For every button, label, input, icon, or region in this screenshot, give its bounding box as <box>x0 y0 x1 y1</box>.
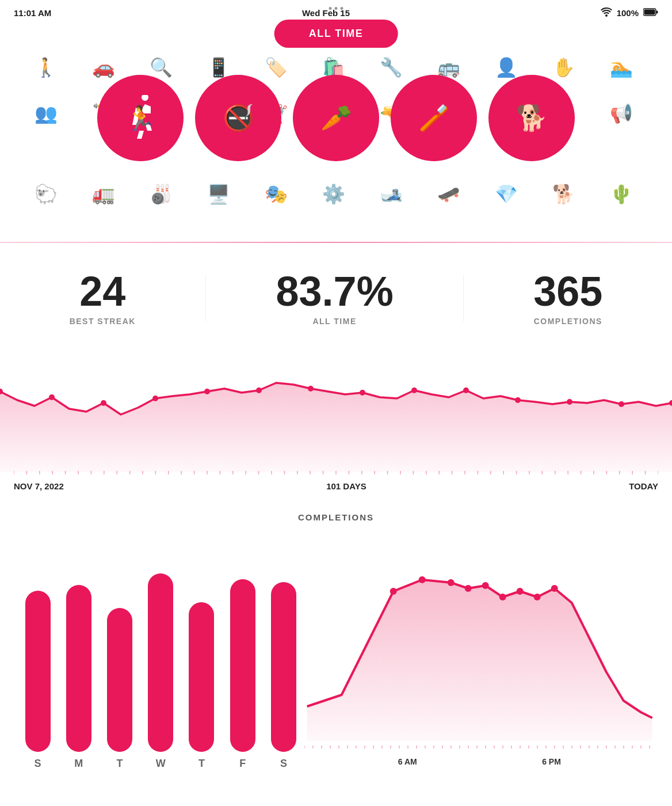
bar-col-4: T <box>189 602 214 770</box>
svg-point-18 <box>515 397 521 403</box>
status-time: 11:01 AM <box>14 8 51 18</box>
bar-label-5: F <box>239 758 246 770</box>
run-icon: 🏃 <box>117 95 163 141</box>
chart-middle-label: 101 DAYS <box>326 481 366 491</box>
svg-point-20 <box>618 401 624 407</box>
svg-point-12 <box>204 389 210 394</box>
stat-alltime: 83.7% ALL TIME <box>276 271 394 326</box>
svg-point-11 <box>152 396 158 401</box>
time-label-6pm: 6 PM <box>542 757 561 766</box>
svg-point-16 <box>411 387 417 393</box>
bg-icon-33: 🌵 <box>610 183 633 205</box>
bar-col-6: S <box>271 582 296 770</box>
svg-point-10 <box>101 400 106 406</box>
habit-nosmoking[interactable]: 🚭 <box>195 75 281 161</box>
svg-text:🐕: 🐕 <box>516 103 548 133</box>
completions-section: COMPLETIONS S M T W <box>0 512 672 800</box>
battery-icon <box>643 8 658 18</box>
bar-col-0: S <box>25 591 51 770</box>
svg-point-74 <box>418 576 425 583</box>
stat-divider-1 <box>205 275 206 321</box>
bg-icon-29: 🎿 <box>380 183 403 205</box>
section-divider <box>0 242 672 243</box>
bar-label-4: T <box>198 758 205 770</box>
svg-point-19 <box>567 399 572 405</box>
streak-value: 24 <box>70 271 136 312</box>
wifi-icon <box>601 7 612 18</box>
bottom-charts: S M T W T <box>0 534 672 775</box>
bg-icon-30: 🛹 <box>437 183 460 205</box>
bg-icon-31: 💎 <box>495 183 518 205</box>
habit-dog[interactable]: 🐕 <box>488 75 575 161</box>
chart-start-date: NOV 7, 2022 <box>14 481 64 491</box>
svg-point-76 <box>464 585 471 592</box>
stats-row: 24 BEST STREAK 83.7% ALL TIME 365 COMPLE… <box>0 248 672 349</box>
bar-label-2: T <box>117 758 123 770</box>
stat-divider-2 <box>463 275 464 321</box>
bar-m <box>66 585 91 752</box>
habit-diet[interactable]: 🥕 <box>293 75 379 161</box>
bar-label-0: S <box>35 758 41 770</box>
bar-chart: S M T W T <box>17 534 304 775</box>
habit-circles: 🏃 🚭 🥕 🪥 🐕 <box>0 75 672 161</box>
bar-col-1: M <box>66 585 91 770</box>
completions-label: COMPLETIONS <box>533 317 602 326</box>
habit-run[interactable]: 🏃 <box>97 75 184 161</box>
line-chart: // ticks drawn via JS below <box>0 357 672 472</box>
habit-teeth[interactable]: 🪥 <box>391 75 477 161</box>
svg-text:🥕: 🥕 <box>320 103 352 133</box>
time-label-6am: 6 AM <box>398 757 417 766</box>
status-right: 100% <box>601 7 658 18</box>
svg-text:🚭: 🚭 <box>223 103 254 133</box>
svg-rect-1 <box>644 9 655 14</box>
bar-t1 <box>107 608 132 752</box>
bar-col-2: T <box>107 608 132 770</box>
bar-f <box>230 579 255 752</box>
chart-end-date: TODAY <box>629 481 658 491</box>
all-time-button[interactable]: ALL TIME <box>274 20 398 48</box>
bg-icon-26: 🖥️ <box>207 183 230 205</box>
completions-value: 365 <box>533 271 602 312</box>
bar-label-1: M <box>74 758 83 770</box>
svg-point-9 <box>49 394 55 400</box>
svg-point-13 <box>256 387 262 393</box>
date-ticks <box>14 471 658 477</box>
time-chart-svg <box>304 534 655 741</box>
completions-title: COMPLETIONS <box>0 512 672 522</box>
alltime-label: ALL TIME <box>276 317 394 326</box>
bar-t2 <box>189 602 214 752</box>
svg-point-17 <box>463 387 469 393</box>
bar-label-6: S <box>280 758 287 770</box>
svg-point-75 <box>447 579 454 586</box>
streak-label: BEST STREAK <box>70 317 136 326</box>
stat-streak: 24 BEST STREAK <box>70 271 136 326</box>
dog-icon: 🐕 <box>509 95 555 141</box>
bar-w <box>148 573 173 752</box>
bar-s2 <box>271 582 296 752</box>
alltime-value: 83.7% <box>276 271 394 312</box>
svg-point-14 <box>308 386 314 391</box>
svg-point-79 <box>516 588 523 595</box>
bar-col-3: W <box>148 573 173 770</box>
time-line-chart: 6 AM 6 PM <box>304 534 655 775</box>
svg-text:🏃: 🏃 <box>125 104 156 133</box>
stat-completions: 365 COMPLETIONS <box>533 271 602 326</box>
bg-icon-32: 🐕 <box>552 183 575 205</box>
svg-point-78 <box>499 594 506 600</box>
bar-label-3: W <box>156 758 166 770</box>
bg-icon-28: ⚙️ <box>322 183 345 205</box>
trend-chart-svg <box>0 357 672 472</box>
svg-rect-2 <box>656 10 658 13</box>
battery-text: 100% <box>617 8 639 18</box>
bars-container: S M T W T <box>17 580 304 775</box>
bg-icon-23: 🐑 <box>35 183 58 205</box>
bg-icon-27: 🎭 <box>265 183 288 205</box>
three-dots-menu[interactable] <box>329 7 343 10</box>
bg-icon-24: 🚛 <box>92 183 115 205</box>
teeth-icon: 🪥 <box>411 95 457 141</box>
svg-point-77 <box>482 582 488 589</box>
time-tick-row <box>304 746 655 750</box>
bg-icon-25: 🎳 <box>150 183 173 205</box>
svg-point-73 <box>390 588 396 595</box>
svg-point-15 <box>360 390 365 396</box>
